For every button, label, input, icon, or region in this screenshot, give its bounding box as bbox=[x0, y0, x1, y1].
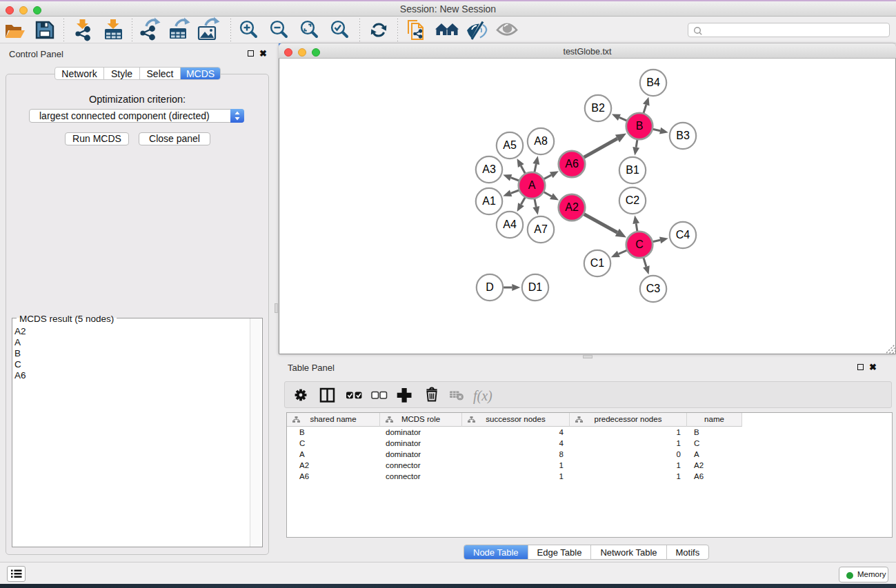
svg-text:B2: B2 bbox=[591, 102, 605, 114]
svg-text:A5: A5 bbox=[503, 139, 517, 151]
svg-text:A: A bbox=[528, 179, 536, 191]
svg-text:A1: A1 bbox=[482, 195, 496, 207]
svg-text:A6: A6 bbox=[565, 158, 579, 170]
svg-text:C: C bbox=[635, 239, 644, 250]
svg-text:A3: A3 bbox=[482, 163, 496, 175]
svg-text:D1: D1 bbox=[528, 281, 543, 293]
svg-text:A8: A8 bbox=[534, 135, 548, 147]
svg-text:C4: C4 bbox=[676, 229, 690, 241]
svg-text:C3: C3 bbox=[646, 283, 661, 294]
svg-text:B4: B4 bbox=[646, 77, 660, 88]
svg-text:B1: B1 bbox=[626, 164, 639, 176]
svg-text:A7: A7 bbox=[534, 223, 548, 235]
svg-text:A4: A4 bbox=[503, 219, 517, 230]
svg-text:C1: C1 bbox=[590, 257, 605, 269]
svg-text:A2: A2 bbox=[565, 201, 579, 213]
svg-text:B3: B3 bbox=[676, 130, 690, 141]
svg-text:D: D bbox=[486, 281, 494, 293]
svg-text:f(x): f(x) bbox=[473, 388, 492, 404]
svg-text:B: B bbox=[636, 120, 644, 132]
svg-text:C2: C2 bbox=[626, 194, 640, 206]
